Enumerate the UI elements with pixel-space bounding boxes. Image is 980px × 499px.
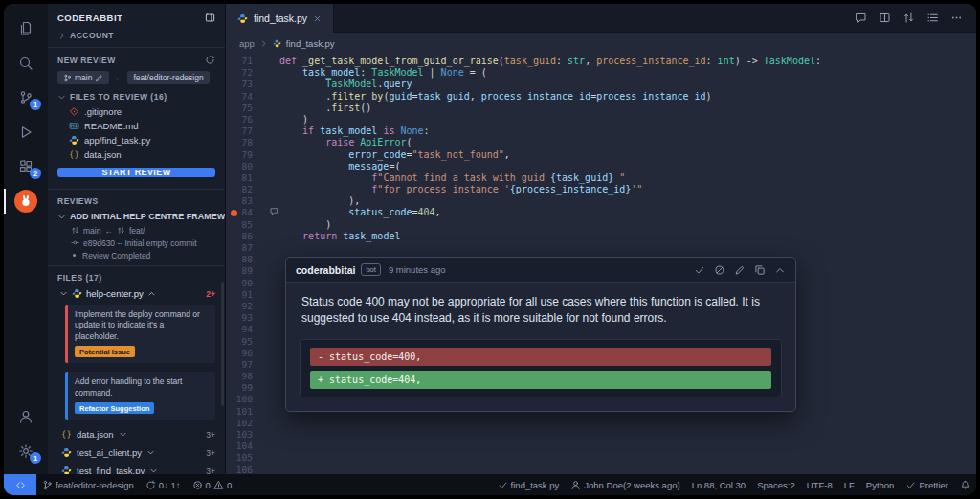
split-editor-icon[interactable]: [879, 11, 891, 24]
code-line[interactable]: 74 .filter_by(guid=task_guid, process_in…: [226, 91, 976, 102]
compare-branch-pill[interactable]: feat/editor-redesign: [127, 71, 209, 84]
review-file-item[interactable]: app/find_task.py: [48, 133, 225, 147]
breadcrumb-folder[interactable]: app: [239, 38, 255, 49]
review-entry[interactable]: ADD INITIAL HELP CENTRE FRAMEWORK...: [48, 209, 225, 224]
line-gutter: 77: [226, 125, 264, 137]
comment-icon[interactable]: [855, 11, 867, 24]
search-icon: [18, 56, 33, 71]
review-marker-dot[interactable]: [231, 210, 237, 216]
start-review-button[interactable]: START REVIEW: [57, 168, 215, 177]
account-section[interactable]: ACCOUNT: [48, 28, 225, 43]
file-item[interactable]: test_find_task.py3+: [48, 462, 225, 474]
line-gutter: 100: [226, 394, 264, 405]
warning-icon: [213, 480, 224, 490]
code-line[interactable]: 79 error_code="task_not_found",: [226, 149, 976, 161]
sidebar-scrollbar[interactable]: [221, 282, 224, 406]
code-line[interactable]: 86 return task_model: [226, 231, 976, 242]
indentation: Spaces:2: [757, 480, 795, 490]
panel-layout-icon[interactable]: [205, 12, 215, 23]
base-branch-pill[interactable]: main: [57, 71, 109, 84]
file-item[interactable]: data.json3+: [48, 425, 225, 443]
line-gutter: 80: [226, 161, 264, 172]
chevron-down-icon: [149, 466, 158, 474]
review-file-item[interactable]: README.md: [48, 119, 225, 133]
file-item-expanded[interactable]: help-center.py 2+: [48, 285, 225, 302]
status-eol[interactable]: LF: [838, 474, 860, 495]
comment-count-badge: 3+: [206, 466, 215, 474]
code-line[interactable]: 105: [226, 452, 976, 464]
status-git-blame[interactable]: John Doe(2 weeks ago): [565, 474, 685, 495]
outline-list-icon[interactable]: [926, 11, 939, 24]
code-line[interactable]: 75 .first(): [226, 102, 976, 114]
code-line[interactable]: 77 if task_model is None:: [226, 125, 976, 137]
status-encoding[interactable]: UTF-8: [801, 474, 838, 495]
error-icon: [192, 480, 203, 490]
code-line[interactable]: 71def _get_task_model_from_guid_or_raise…: [226, 56, 976, 67]
breadcrumb-file[interactable]: find_task.py: [286, 38, 335, 49]
code-line[interactable]: 85 ): [226, 219, 976, 231]
comment-thread-icon[interactable]: [270, 207, 278, 218]
status-problems[interactable]: 0 0: [187, 474, 238, 495]
code-line[interactable]: 78 raise ApiError(: [226, 137, 976, 148]
status-branch[interactable]: feat/editor-redesign: [36, 474, 140, 495]
status-notifications[interactable]: [954, 474, 976, 495]
dismiss-block-icon[interactable]: [714, 264, 725, 276]
tab-close-icon[interactable]: [313, 14, 322, 23]
refresh-icon[interactable]: [205, 55, 215, 65]
code-editor[interactable]: 71def _get_task_model_from_guid_or_raise…: [226, 54, 976, 474]
code-line[interactable]: 103: [226, 429, 976, 441]
activity-accounts[interactable]: [4, 399, 48, 434]
code-line[interactable]: 106: [226, 465, 976, 474]
status-language[interactable]: Python: [860, 474, 901, 495]
remote-indicator[interactable]: [4, 474, 36, 495]
code-line[interactable]: 84 status_code=404,: [226, 207, 976, 218]
cursor-position: Ln 88, Col 30: [692, 480, 746, 490]
activity-run-debug[interactable]: [4, 115, 48, 149]
line-gutter: 99: [226, 382, 264, 394]
files-section-header[interactable]: FILES (17): [48, 270, 225, 285]
code-line[interactable]: 104: [226, 441, 976, 452]
line-gutter: 84: [226, 207, 264, 218]
activity-settings[interactable]: 1: [4, 434, 48, 468]
code-line[interactable]: 73 TaskModel.query: [226, 79, 976, 90]
status-indentation[interactable]: Spaces:2: [751, 474, 801, 495]
status-formatter[interactable]: Prettier: [900, 474, 954, 495]
line-gutter: 96: [226, 348, 264, 359]
activity-extensions[interactable]: 2: [4, 149, 48, 184]
files-to-review-header[interactable]: FILES TO REVIEW (16): [48, 89, 225, 104]
code-line[interactable]: 81 f"Cannot find a task with guid {task_…: [226, 172, 976, 184]
code-line[interactable]: 80 message=(: [226, 161, 976, 172]
code-line[interactable]: 83 ),: [226, 195, 976, 207]
file-item[interactable]: test_ai_client.py3+: [48, 443, 225, 462]
edit-pencil-icon[interactable]: [734, 264, 746, 276]
copy-icon[interactable]: [754, 264, 766, 276]
activity-explorer[interactable]: [4, 11, 48, 46]
code-line[interactable]: 87: [226, 242, 976, 254]
review-comment-card[interactable]: Add error handling to the start command.…: [65, 372, 215, 420]
more-actions-icon[interactable]: [950, 11, 963, 24]
tab-find-task[interactable]: find_task.py: [226, 4, 334, 33]
activity-source-control[interactable]: 1: [4, 80, 48, 115]
file-name: test_ai_client.py: [77, 447, 142, 458]
review-file-item[interactable]: .gitignore: [48, 104, 225, 119]
activity-coderabbit[interactable]: [4, 184, 48, 218]
review-comment-card[interactable]: Implement the deploy command or update i…: [65, 305, 215, 363]
code-line[interactable]: 72 task_model: TaskModel | None = (: [226, 67, 976, 79]
code-line[interactable]: 76 ): [226, 114, 976, 125]
status-cursor-position[interactable]: Ln 88, Col 30: [686, 474, 752, 495]
error-count: 0: [206, 480, 211, 490]
line-gutter: 92: [226, 301, 264, 312]
review-file-item[interactable]: data.json: [48, 147, 225, 162]
compare-changes-icon[interactable]: [902, 11, 915, 24]
code-line[interactable]: 102: [226, 418, 976, 429]
python-file-icon: [72, 288, 82, 299]
code-text: task_model: TaskModel | None = (: [264, 67, 487, 79]
status-bar: feat/editor-redesign 0↓ 1↑ 0 0 find_task…: [4, 474, 976, 495]
resolve-check-icon[interactable]: [694, 264, 705, 276]
code-line[interactable]: 82 f"for process instance '{process_inst…: [226, 184, 976, 195]
status-review-state[interactable]: find_task.py: [492, 474, 566, 495]
collapse-chevron-up-icon[interactable]: [774, 264, 786, 276]
activity-search[interactable]: [4, 46, 48, 80]
line-gutter: 94: [226, 324, 264, 335]
status-sync[interactable]: 0↓ 1↑: [140, 474, 187, 495]
